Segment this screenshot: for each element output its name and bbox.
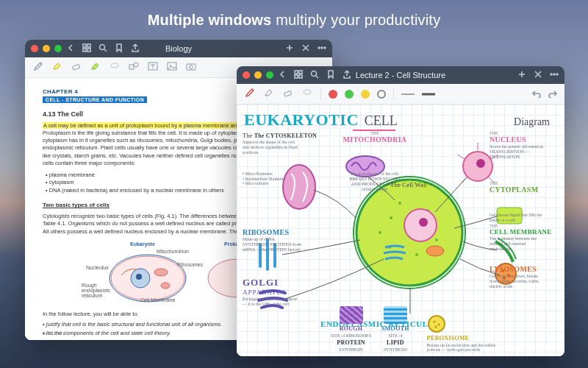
bookmark-icon[interactable]: [115, 43, 123, 54]
svg-rect-8: [73, 64, 80, 70]
close-dot[interactable]: [31, 45, 38, 52]
notes-canvas[interactable]: EUKARYOTIC CELL Diagram: [237, 105, 564, 356]
back-icon[interactable]: [278, 70, 287, 81]
titlebar[interactable]: Lecture 2 - Cell Structure: [237, 66, 564, 84]
svg-point-44: [379, 231, 381, 234]
label-cytoplasm: THE CYTOPLASM Gelatinous liquid that fil…: [490, 181, 556, 223]
svg-point-16: [190, 65, 193, 68]
lasso-icon[interactable]: [301, 87, 313, 102]
stroke-thick-icon[interactable]: [422, 91, 435, 97]
svg-point-46: [419, 218, 428, 227]
page-footer: BIOLOGY: [43, 331, 65, 336]
lasso-icon[interactable]: [109, 60, 121, 75]
back-icon[interactable]: [66, 43, 75, 54]
highlighter-yellow-icon[interactable]: [51, 60, 63, 75]
stroke-thin-icon[interactable]: [401, 91, 415, 97]
add-icon[interactable]: [517, 70, 526, 81]
grid-icon[interactable]: [294, 70, 303, 81]
svg-rect-25: [299, 71, 302, 74]
diagram-label: Rough endoplasmic reticulum: [82, 283, 117, 298]
window-lecture-notes[interactable]: Lecture 2 - Cell Structure EUKARYOTIC CE…: [237, 66, 564, 356]
search-icon[interactable]: [98, 43, 107, 54]
camera-icon[interactable]: [185, 60, 197, 75]
svg-point-47: [426, 246, 444, 256]
diagram-title-row: EUKARYOTIC CELL Diagram: [244, 110, 557, 130]
share-icon[interactable]: [131, 43, 140, 54]
diagram-label: Mitochondrion: [157, 249, 189, 254]
svg-rect-32: [284, 91, 292, 96]
more-icon[interactable]: [550, 70, 559, 81]
svg-point-6: [321, 47, 323, 49]
svg-point-31: [556, 74, 558, 75]
section-title-bar: CELL - STRUCTURE AND FUNCTION: [43, 96, 147, 103]
color-picker-icon[interactable]: [377, 90, 386, 99]
eraser-icon[interactable]: [282, 87, 294, 102]
color-swatch-red[interactable]: [329, 90, 337, 99]
search-icon[interactable]: [310, 70, 319, 81]
svg-point-5: [318, 47, 320, 49]
svg-point-29: [551, 74, 552, 75]
block-rough: ROUGH SITE of RIBOSOMES PROTEIN SYNTHESI…: [331, 306, 371, 352]
svg-rect-1: [87, 44, 90, 47]
more-icon[interactable]: [318, 43, 326, 54]
text-tool-icon[interactable]: [147, 60, 159, 75]
svg-point-68: [434, 326, 437, 328]
svg-point-30: [553, 74, 555, 75]
image-tool-icon[interactable]: [166, 60, 178, 75]
close-icon[interactable]: [301, 43, 310, 54]
undo-icon[interactable]: [532, 88, 541, 101]
diagram-label: Cell Membrane: [140, 297, 175, 302]
svg-point-40: [415, 253, 418, 256]
toolbar: [237, 84, 564, 105]
tagline: Multiple windows multiply your productiv…: [0, 12, 588, 29]
svg-rect-24: [295, 71, 298, 74]
svg-rect-26: [295, 75, 298, 78]
label-cytoskeleton: The The CYTOSKELETON Supports the shape …: [243, 132, 317, 186]
grid-icon[interactable]: [82, 43, 91, 54]
svg-line-53: [457, 155, 465, 159]
label-golgi: GOLGI APPARATUS Packages proteins for tr…: [243, 277, 323, 307]
diagram-label: Nucleolus: [86, 265, 109, 270]
close-icon[interactable]: [534, 70, 542, 81]
svg-point-22: [161, 283, 170, 289]
svg-point-11: [134, 63, 138, 67]
svg-point-9: [111, 63, 118, 68]
label-ribosomes: RIBOSOMES Made up of rRNA. SYNTHESIZE PR…: [243, 228, 316, 252]
svg-point-42: [435, 238, 438, 241]
svg-point-67: [437, 324, 440, 326]
zoom-dot[interactable]: [54, 45, 62, 52]
add-icon[interactable]: [285, 43, 294, 54]
bottom-row: ROUGH SITE of RIBOSOMES PROTEIN SYNTHESI…: [244, 306, 557, 352]
svg-point-38: [390, 216, 392, 219]
svg-rect-15: [187, 64, 196, 70]
zoom-dot[interactable]: [266, 71, 273, 79]
bookmark-icon[interactable]: [326, 70, 335, 81]
traffic-lights: [243, 71, 273, 79]
shapes-icon[interactable]: [128, 60, 140, 75]
svg-rect-3: [87, 49, 90, 52]
highlighter-icon[interactable]: [263, 87, 275, 102]
svg-point-21: [154, 269, 168, 276]
eraser-icon[interactable]: [71, 60, 82, 75]
svg-rect-10: [129, 65, 134, 69]
diagram-title-sub: CELL: [365, 113, 398, 129]
minimize-dot[interactable]: [254, 71, 262, 79]
toolbar-divider: [393, 88, 394, 100]
pen-tool-icon[interactable]: [32, 60, 44, 75]
close-dot[interactable]: [243, 71, 250, 79]
color-swatch-yellow[interactable]: [361, 90, 370, 99]
highlighter-green-icon[interactable]: [90, 60, 101, 75]
color-swatch-green[interactable]: [345, 90, 354, 99]
minimize-dot[interactable]: [43, 45, 50, 52]
diagram-title-script: Diagram: [514, 116, 550, 128]
toolbar-divider: [320, 88, 321, 100]
pen-tool-icon[interactable]: [244, 87, 256, 102]
svg-rect-27: [299, 75, 302, 78]
titlebar[interactable]: Biology: [25, 40, 332, 57]
redo-icon[interactable]: [548, 88, 557, 101]
share-icon[interactable]: [343, 70, 351, 81]
block-smooth: SMOOTH SITE of LIPID SYNTHESIS: [381, 306, 409, 352]
diagram-label-eukaryote: Eukaryote: [130, 241, 155, 247]
block-peroxisome: PEROXISOME Breaks up fat molecules and d…: [427, 314, 508, 352]
diagram-title-main: EUKARYOTIC: [244, 110, 359, 130]
